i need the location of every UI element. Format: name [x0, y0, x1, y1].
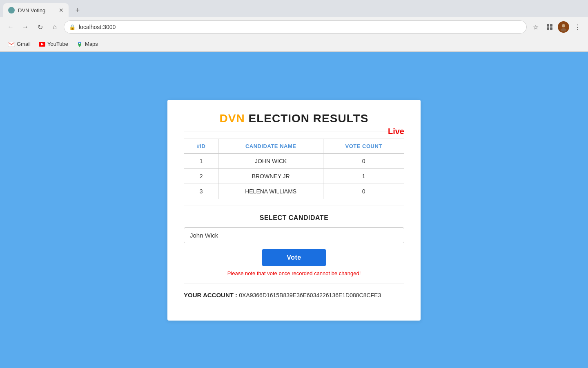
header-divider [184, 132, 404, 132]
youtube-icon [39, 41, 45, 47]
cell-votes: 0 [323, 154, 404, 169]
menu-icon[interactable]: ⋮ [572, 21, 583, 33]
cell-id: 2 [184, 169, 218, 184]
select-candidate-section: SELECT CANDIDATE Vote Please note that v… [184, 214, 404, 276]
cell-name: JOHN WICK [218, 154, 323, 169]
address-bar[interactable]: 🔒 localhost:3000 [64, 20, 527, 34]
lock-icon: 🔒 [69, 24, 76, 30]
cell-id: 3 [184, 184, 218, 199]
election-text: ELECTION RESULTS [245, 112, 369, 125]
svg-point-0 [9, 7, 14, 13]
vote-button[interactable]: Vote [262, 249, 325, 266]
gmail-icon [8, 41, 15, 47]
bookmark-maps[interactable]: Maps [73, 40, 101, 49]
tab-bar: DVN Voting ✕ + [0, 0, 588, 17]
table-divider [184, 206, 404, 206]
extensions-icon[interactable] [544, 21, 555, 33]
maps-label: Maps [85, 41, 98, 47]
main-card: DVN ELECTION RESULTS Live #ID CANDIDATE … [167, 100, 421, 321]
select-label: SELECT CANDIDATE [184, 214, 404, 222]
svg-point-11 [79, 43, 80, 44]
results-table: #ID CANDIDATE NAME VOTE COUNT 1 JOHN WIC… [184, 139, 404, 199]
table-header-row: #ID CANDIDATE NAME VOTE COUNT [184, 139, 404, 154]
tab-title: DVN Voting [18, 7, 56, 13]
card-header: DVN ELECTION RESULTS Live [184, 112, 404, 125]
dvn-text: DVN [220, 112, 245, 125]
tab-favicon [8, 7, 15, 13]
table-row: 2 BROWNEY JR 1 [184, 169, 404, 184]
page-title: DVN ELECTION RESULTS [184, 112, 404, 125]
home-button[interactable]: ⌂ [49, 21, 60, 33]
live-badge: Live [388, 127, 404, 136]
url-text: localhost:3000 [79, 24, 521, 30]
new-tab-button[interactable]: + [72, 4, 83, 16]
cell-votes: 1 [323, 169, 404, 184]
table-row: 1 JOHN WICK 0 [184, 154, 404, 169]
account-section: YOUR ACCOUNT : 0XA9366D1615B839E36E60342… [184, 292, 404, 298]
bookmark-gmail[interactable]: Gmail [5, 40, 34, 49]
active-tab[interactable]: DVN Voting ✕ [3, 3, 69, 17]
svg-point-5 [562, 24, 565, 27]
bookmark-youtube[interactable]: YouTube [36, 40, 71, 49]
page-background: DVN ELECTION RESULTS Live #ID CANDIDATE … [0, 52, 588, 368]
svg-rect-7 [8, 42, 15, 47]
cell-name: HELENA WILLIAMS [218, 184, 323, 199]
svg-rect-4 [550, 27, 552, 30]
account-label: YOUR ACCOUNT : [184, 292, 237, 298]
youtube-label: YouTube [47, 41, 68, 47]
back-button[interactable]: ← [5, 21, 16, 33]
cell-name: BROWNEY JR [218, 169, 323, 184]
forward-button[interactable]: → [20, 21, 31, 33]
col-name: CANDIDATE NAME [218, 139, 323, 154]
warning-text: Please note that vote once recorded cann… [184, 270, 404, 276]
col-id: #ID [184, 139, 218, 154]
svg-point-6 [561, 28, 566, 31]
profile-avatar[interactable] [558, 21, 569, 33]
svg-rect-3 [547, 27, 549, 30]
nav-bar: ← → ↻ ⌂ 🔒 localhost:3000 ☆ [0, 17, 588, 37]
tab-close-button[interactable]: ✕ [59, 7, 64, 13]
gmail-label: Gmail [17, 41, 31, 47]
account-divider [184, 283, 404, 283]
bookmark-star-icon[interactable]: ☆ [530, 21, 541, 33]
reload-button[interactable]: ↻ [34, 21, 46, 33]
candidate-input[interactable] [184, 227, 404, 243]
svg-rect-2 [550, 24, 552, 27]
col-votes: VOTE COUNT [323, 139, 404, 154]
nav-right-icons: ☆ ⋮ [530, 21, 583, 33]
browser-chrome: DVN Voting ✕ + ← → ↻ ⌂ 🔒 localhost:3000 … [0, 0, 588, 52]
cell-id: 1 [184, 154, 218, 169]
table-row: 3 HELENA WILLIAMS 0 [184, 184, 404, 199]
cell-votes: 0 [323, 184, 404, 199]
svg-rect-1 [547, 24, 549, 27]
bookmarks-bar: Gmail YouTube Maps [0, 37, 588, 52]
account-value: 0XA9366D1615B839E36E6034226136E1D088C8CF… [239, 292, 381, 298]
maps-icon [76, 41, 83, 47]
